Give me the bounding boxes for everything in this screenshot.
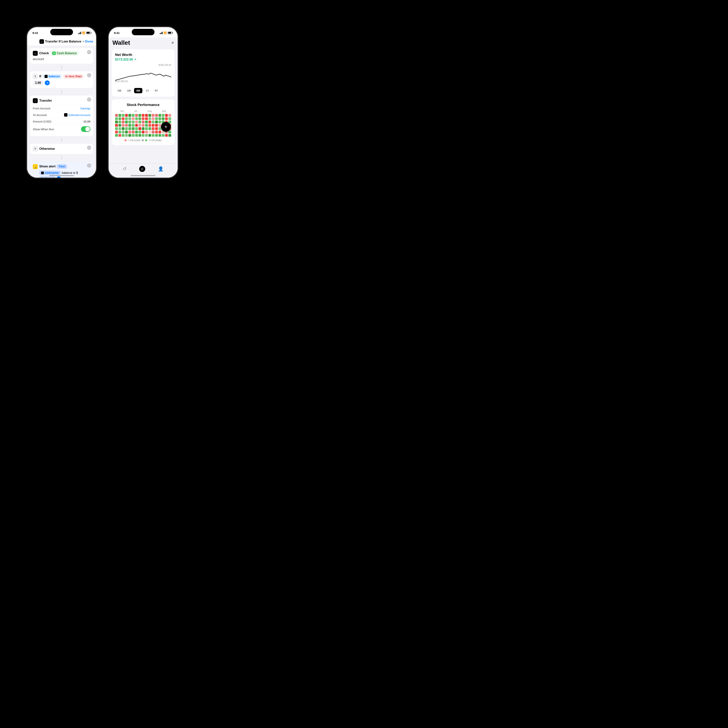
show-when-run-toggle[interactable] [81,126,90,132]
nickname-token[interactable]: nickname [39,171,61,175]
to-label: To Account [33,113,47,116]
selected-account-token: Selected Account [64,113,90,116]
close-transfer-button[interactable]: × [87,98,91,102]
close-if-button[interactable]: × [87,73,91,77]
heatmap-cell [122,117,125,120]
condition-token[interactable]: is less than [63,74,84,79]
history-icon[interactable]: ↺ [123,166,127,171]
done-button[interactable]: Done [85,40,93,43]
close-alert-button[interactable]: × [87,164,91,168]
shortcuts-content: × ⌂ Check $ Cash Balance account [27,46,96,177]
heatmap-cell [135,134,138,137]
heatmap-cell [159,134,161,137]
heatmap-cell [162,117,165,120]
heatmap-cell [138,121,141,124]
heatmap-cell [152,114,154,117]
balance-is-text: balance is $ [62,171,78,174]
heatmap-cell [145,117,148,120]
heatmap-cell [142,134,145,137]
heatmap-cell [115,127,118,130]
heatmap-cell [122,121,125,124]
heatmap-cell [138,114,141,117]
stock-legend: <-1% (Loss) >+1% (Gain) [115,139,171,142]
to-account-row[interactable]: To Account Selected Account [33,112,90,118]
heatmap-cell [148,134,151,137]
heatmap-cell [128,134,131,137]
add-condition-button[interactable]: + [45,80,50,85]
value-chip[interactable]: 1.00 [33,80,43,85]
heatmap-cell [132,124,135,127]
otherwise-y-icon: Y [33,146,38,151]
heatmap-cell [155,114,158,117]
show-when-run-row[interactable]: Show When Run [33,125,90,133]
heatmap-cell [168,114,171,117]
heatmap-cell [125,114,128,117]
heatmap-cell [135,121,138,124]
heatmap-cell [162,134,165,137]
heatmap-cell [152,124,154,127]
tab-6m[interactable]: 6M [134,88,142,93]
filter-icon[interactable]: ≡ [171,41,174,45]
heatmap-cell [128,117,131,120]
expand-button[interactable]: ⊕ [57,176,61,177]
cash-balance-token[interactable]: $ Cash Balance [50,51,78,55]
heatmap-cell [155,121,158,124]
heatmap-cell [135,117,138,120]
from-value: Savings [80,107,90,110]
heatmap-cell [115,121,118,124]
wallet-title: Wallet [112,39,130,46]
if-label: If [39,75,41,78]
tab-5y[interactable]: 5Y [153,88,160,93]
y-icon: Y [33,74,38,79]
loss-legend-dot [125,139,127,141]
net-worth-arrow: ↗ [134,58,136,61]
battery-icon [86,32,91,34]
amount-row[interactable]: Amount (USD) 10.00 [33,118,90,125]
close-check-button[interactable]: × [87,50,91,54]
net-worth-card: Net Worth $173,322.00 ↗ $196,235.00 $147… [112,49,174,97]
profile-icon[interactable]: 👤 [158,166,164,171]
loss-legend-label: <-1% (Loss) [128,139,140,142]
heatmap-cell [128,121,131,124]
heatmap-cell [159,121,161,124]
check-label: Check [39,51,49,55]
close-otherwise-button[interactable]: × [87,145,91,150]
heatmap-cell [142,131,145,133]
tab-1y[interactable]: 1Y [144,88,151,93]
alert-icon: 🔔 [33,164,38,169]
heatmap-cell [128,131,131,133]
transfer-card: × ⌂ Transfer From Account Savings To Acc… [30,96,93,136]
fab-add-button[interactable]: + [161,122,171,132]
home-indicator-right [131,175,156,176]
heatmap-cell [155,117,158,120]
heatmap-cell [159,114,161,117]
gain-legend-label: >+1% (Gain) [148,139,162,142]
time-tabs: 1W 1M 6M 1Y 5Y [115,88,171,93]
chart-min-label: $147,805.00 [115,80,128,83]
net-worth-title: Net Worth [115,53,171,57]
chevron-down-icon[interactable]: ▾ [83,40,84,43]
otherwise-card: × Y Otherwise [30,144,93,154]
heatmap-cell [115,131,118,133]
transfer-app-icon: ⌂ [33,98,38,103]
your-token[interactable]: Your [57,164,67,169]
stock-performance-title: Stock Performance [115,103,171,107]
signal-icon-right [160,32,163,34]
time-left: 9:41 [32,31,38,35]
heatmap-cell [138,127,141,130]
from-account-row[interactable]: From Account Savings [33,105,90,112]
heatmap-cell [118,134,121,137]
heatmap-cell [122,131,125,133]
heatmap-cell [142,121,145,124]
chart-max-label: $196,235.00 [159,64,171,66]
tab-1m[interactable]: 1M [125,88,133,93]
month-sep: Sep [162,110,166,112]
account-label: account [33,57,44,61]
tab-1w[interactable]: 1W [115,88,124,93]
balance-token-alert[interactable]: balance [39,176,55,177]
heatmap-cell [138,124,141,127]
heatmap-cell [159,117,161,120]
wallet-home-button[interactable]: ⊙ [139,166,145,172]
month-jun: Jun [120,110,124,112]
balance-token[interactable]: balance [43,74,62,79]
